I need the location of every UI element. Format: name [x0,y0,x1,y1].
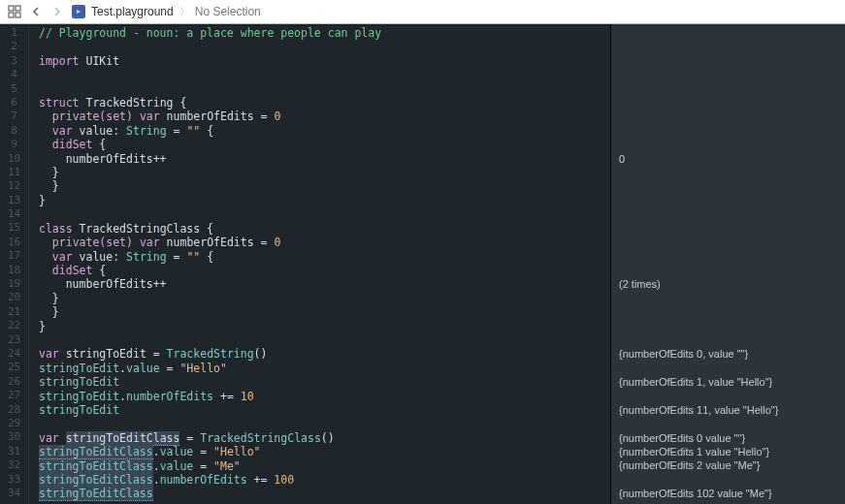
line-number: 10 [0,152,28,166]
line-number: 28 [0,403,28,417]
code-line[interactable]: stringToEditClass.value = "Hello" [39,445,610,458]
code-line[interactable]: stringToEditClass [39,487,610,500]
code-line[interactable]: } [39,320,610,333]
code-line[interactable]: var value: String = "" { [39,124,610,138]
line-number: 21 [0,305,28,319]
code-line[interactable]: numberOfEdits++ [39,152,610,166]
code-line[interactable]: } [39,194,610,207]
line-number: 14 [0,207,28,221]
code-line[interactable]: struct TrackedString { [39,96,610,110]
result-value[interactable]: {numberOfEdits 1 value "Hello"} [619,445,837,458]
line-number: 32 [0,458,28,472]
breadcrumb-selection: No Selection [195,5,261,18]
code-line[interactable]: class TrackedStringClass { [39,222,610,236]
code-line[interactable] [39,417,610,430]
code-line[interactable]: import UIKit [39,54,610,68]
code-line[interactable]: private(set) var numberOfEdits = 0 [39,236,610,249]
line-number: 12 [0,179,28,193]
playground-file-icon [72,5,85,18]
line-number: 20 [0,291,28,304]
line-number: 13 [0,194,28,207]
results-sidebar: 0(2 times){numberOfEdits 0, value ""}{nu… [610,24,845,504]
chevron-right-icon: 〉 [179,5,189,18]
line-number: 11 [0,166,28,179]
result-value[interactable]: {numberOfEdits 1, value "Hello"} [619,375,837,389]
line-number: 31 [0,445,28,458]
line-number: 33 [0,473,28,487]
code-line[interactable]: } [39,166,610,179]
code-line[interactable]: } [39,305,610,319]
line-number: 19 [0,277,28,291]
code-line[interactable]: stringToEdit.numberOfEdits += 10 [39,390,610,403]
code-line[interactable]: stringToEditClass.value = "Me" [39,459,610,473]
code-line[interactable]: } [39,292,610,305]
line-number: 15 [0,221,28,235]
breadcrumb-file: Test.playground [91,5,174,18]
line-number: 22 [0,319,28,332]
code-line[interactable]: var stringToEditClass = TrackedStringCla… [39,431,610,445]
code-line[interactable] [39,68,610,81]
result-value[interactable]: 0 [619,152,837,166]
code-line[interactable]: var stringToEdit = TrackedString() [39,347,610,361]
line-number: 5 [0,82,28,96]
code-line[interactable] [39,333,610,347]
line-number: 34 [0,487,28,500]
code-line[interactable]: var value: String = "" { [39,250,610,264]
line-number: 6 [0,96,28,110]
line-number: 9 [0,138,28,151]
line-number: 16 [0,236,28,249]
code-editor[interactable]: // Playground - noun: a place where peop… [29,24,610,504]
result-value[interactable]: {numberOfEdits 102 value "Me"} [619,487,837,500]
result-value[interactable]: {numberOfEdits 2 value "Me"} [619,458,837,472]
nav-forward-button[interactable] [50,5,64,18]
nav-back-button[interactable] [29,5,43,18]
line-number: 2 [0,40,28,53]
line-number: 27 [0,389,28,402]
line-number: 18 [0,264,28,277]
code-line[interactable]: stringToEdit [39,403,610,417]
result-value[interactable]: (2 times) [619,277,837,291]
code-line[interactable]: stringToEditClass.numberOfEdits += 100 [39,473,610,487]
editor-area: 1234567891011121314151617181920212223242… [0,24,845,504]
code-line[interactable]: numberOfEdits++ [39,277,610,291]
code-line[interactable]: didSet { [39,138,610,151]
line-number: 25 [0,361,28,374]
related-items-icon[interactable] [8,5,21,18]
line-number: 17 [0,249,28,263]
code-line[interactable]: didSet { [39,264,610,277]
svg-rect-0 [9,6,14,11]
svg-rect-3 [16,13,20,17]
svg-rect-2 [9,13,14,17]
line-number: 24 [0,347,28,361]
code-line[interactable]: // Playground - noun: a place where peop… [39,26,610,40]
code-line[interactable]: private(set) var numberOfEdits = 0 [39,110,610,123]
code-line[interactable]: } [39,179,610,193]
line-number: 3 [0,54,28,68]
line-number: 1 [0,26,28,40]
line-number: 26 [0,375,28,389]
line-number: 4 [0,68,28,81]
line-number: 7 [0,110,28,123]
code-line[interactable] [39,40,610,53]
code-line[interactable]: stringToEdit.value = "Hello" [39,362,610,375]
line-number: 23 [0,333,28,347]
jump-bar: Test.playground 〉 No Selection [0,0,845,24]
line-number: 29 [0,417,28,430]
code-line[interactable] [39,207,610,221]
line-gutter: 1234567891011121314151617181920212223242… [0,24,29,504]
result-value[interactable]: {numberOfEdits 11, value "Hello"} [619,403,837,417]
result-value[interactable]: {numberOfEdits 0, value ""} [619,347,837,361]
code-line[interactable]: stringToEdit [39,375,610,389]
svg-rect-1 [16,6,20,11]
code-line[interactable] [39,82,610,96]
breadcrumb[interactable]: Test.playground 〉 No Selection [72,5,261,18]
result-value[interactable]: {numberOfEdits 0 value ""} [619,431,837,445]
line-number: 30 [0,430,28,444]
line-number: 8 [0,124,28,138]
